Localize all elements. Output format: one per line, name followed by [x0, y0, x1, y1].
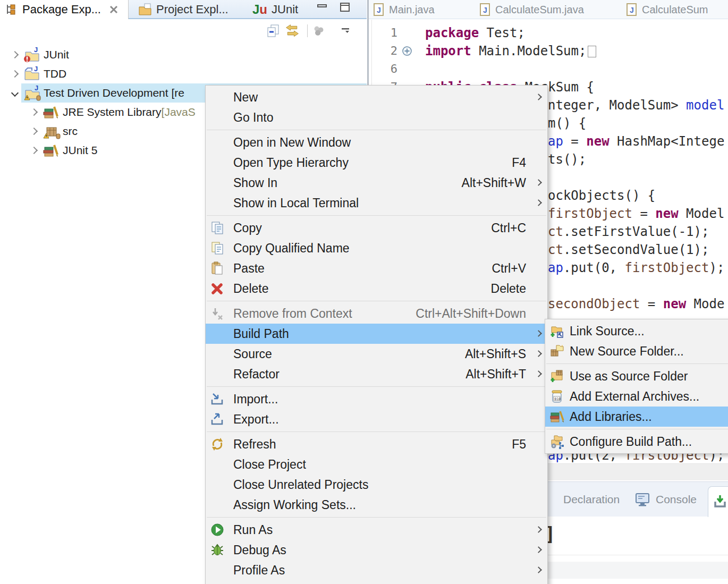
editor-tab-calculatesum-2[interactable]: J CalculateSum — [626, 0, 708, 19]
coverage-icon — [713, 494, 727, 510]
tab-junit[interactable]: Ju JUnit — [247, 0, 298, 19]
menu-item-copy-qualified-name[interactable]: Copy Qualified Name — [206, 238, 547, 258]
collapse-chevron-icon[interactable] — [11, 90, 19, 96]
tree-item-junit-project[interactable]: J JUnit — [0, 45, 367, 64]
paste-icon — [210, 261, 225, 276]
fold-expand-icon[interactable] — [402, 46, 412, 56]
code-line: ockObjects() { — [548, 187, 655, 205]
tab-package-explorer[interactable]: Package Exp... — [0, 0, 129, 19]
tab-project-explorer[interactable]: Project Expl... — [133, 0, 228, 19]
maximize-view-icon[interactable] — [339, 2, 351, 13]
copy-icon — [210, 221, 225, 235]
tab-label: Package Exp... — [22, 3, 101, 16]
editor-tab-calculatesum-java[interactable]: J CalculateSum.java — [479, 0, 584, 19]
svg-text:J: J — [483, 6, 487, 14]
java-file-icon: J — [626, 3, 638, 16]
code-line: m() { — [548, 114, 586, 132]
submenu-arrow-icon — [535, 566, 542, 573]
menu-separator — [207, 301, 546, 301]
minimize-view-icon[interactable] — [317, 4, 328, 12]
tree-item-decoration: [JavaS — [162, 106, 196, 119]
debug-as-icon — [210, 543, 225, 557]
java-project-icon: J — [23, 66, 40, 82]
menu-separator — [546, 363, 728, 364]
tab-console[interactable]: Console — [634, 482, 697, 517]
line-number: 2 — [372, 42, 397, 60]
expand-chevron-icon[interactable] — [11, 52, 19, 57]
import-icon — [210, 392, 225, 407]
submenu-arrow-icon — [535, 330, 542, 337]
tree-item-label: Test Driven Development [re — [44, 87, 184, 99]
code-line: ct.setSecondValue(1); — [548, 241, 709, 259]
link-with-editor-icon[interactable] — [285, 23, 300, 38]
java-project-warning-icon: J — [23, 85, 40, 101]
copy-qualified-name-icon — [210, 241, 225, 256]
add-libraries-icon — [549, 409, 564, 424]
expand-chevron-icon[interactable] — [11, 71, 19, 77]
build-path-submenu: Link Source... New Source Folder... Use … — [545, 319, 728, 454]
editor-tab-main-java[interactable]: J Main.java — [373, 0, 435, 19]
menu-item-debug-as[interactable]: Debug As — [206, 540, 547, 560]
menu-item-assign-working-sets[interactable]: Assign Working Sets... — [206, 495, 547, 515]
tree-item-tdd-project[interactable]: J TDD — [0, 64, 367, 83]
code-line: ts(); — [548, 150, 586, 168]
menu-item-new-source-folder[interactable]: New Source Folder... — [545, 341, 728, 361]
menu-item-refactor[interactable]: RefactorAlt+Shift+T — [206, 364, 547, 384]
menu-item-copy[interactable]: CopyCtrl+C — [206, 218, 547, 238]
console-icon — [634, 492, 650, 507]
tree-item-label: JUnit 5 — [63, 144, 97, 157]
menu-item-run-as[interactable]: Run As — [206, 520, 547, 540]
code-line: ap.put(0, firstObject); — [548, 259, 724, 277]
collapse-all-icon[interactable] — [266, 23, 281, 38]
menu-item-close-unrelated-projects[interactable]: Close Unrelated Projects — [206, 475, 547, 495]
menu-item-use-as-source-folder[interactable]: Use as Source Folder — [545, 366, 728, 386]
junit-logo-icon: Ju — [252, 2, 267, 17]
close-icon[interactable] — [108, 4, 119, 15]
menu-item-close-project[interactable]: Close Project — [206, 454, 547, 475]
menu-item-add-external-archives[interactable]: 010 Add External Archives... — [545, 386, 728, 407]
menu-item-new[interactable]: New — [206, 87, 547, 107]
menu-item-delete[interactable]: DeleteDelete — [206, 278, 547, 299]
menu-item-paste[interactable]: PasteCtrl+V — [206, 258, 547, 278]
menu-item-refresh[interactable]: RefreshF5 — [206, 434, 547, 454]
code-line: secondObject = new Mode — [548, 295, 724, 313]
menu-item-build-path[interactable]: Build Path — [206, 324, 547, 344]
new-source-folder-icon — [549, 344, 564, 359]
menu-item-link-source[interactable]: Link Source... — [545, 321, 728, 341]
menu-item-open-type-hierarchy[interactable]: Open Type HierarchyF4 — [206, 153, 547, 173]
menu-item-show-in-local-terminal[interactable]: Show in Local Terminal — [206, 193, 547, 213]
view-menu-icon[interactable] — [339, 23, 354, 38]
java-file-icon: J — [373, 3, 385, 16]
run-as-icon — [210, 522, 225, 537]
svg-text:J: J — [35, 85, 38, 92]
java-file-icon: J — [479, 3, 491, 16]
tab-declaration[interactable]: Declaration — [563, 482, 620, 517]
expand-chevron-icon[interactable] — [30, 109, 38, 115]
bottom-tab-label: Console — [656, 493, 697, 506]
tab-coverage[interactable]: C — [708, 486, 728, 517]
menu-separator — [207, 386, 546, 387]
menu-item-import[interactable]: Import... — [206, 389, 547, 409]
svg-text:J: J — [34, 66, 38, 73]
menu-item-open-in-new-window[interactable]: Open in New Window — [206, 132, 547, 153]
menu-item-configure-build-path[interactable]: Configure Build Path... — [545, 431, 728, 452]
folded-region-indicator[interactable] — [588, 46, 596, 57]
menu-item-profile-as[interactable]: Profile As — [206, 560, 547, 580]
editor-tabbar: J Main.java J CalculateSum.java J Calcul… — [369, 0, 728, 19]
menu-item-restore-from-local-history[interactable]: Restore from Local History... — [206, 580, 547, 584]
package-warning-icon — [43, 123, 60, 139]
line-number: 6 — [372, 60, 397, 78]
package-explorer-icon — [5, 3, 18, 16]
menu-item-add-libraries[interactable]: Add Libraries... — [545, 407, 728, 427]
expand-chevron-icon[interactable] — [30, 129, 38, 134]
menu-item-export[interactable]: Export... — [206, 409, 547, 429]
menu-item-source[interactable]: SourceAlt+Shift+S — [206, 344, 547, 364]
menu-separator — [207, 517, 546, 518]
expand-chevron-icon[interactable] — [30, 148, 38, 153]
menu-item-go-into[interactable]: Go Into — [206, 107, 547, 128]
code-line: firstObject = new Model — [548, 205, 724, 223]
menu-separator — [207, 431, 546, 432]
project-context-menu: New Go Into Open in New Window Open Type… — [205, 85, 548, 584]
menu-item-show-in[interactable]: Show InAlt+Shift+W — [206, 173, 547, 193]
svg-text:010: 010 — [555, 397, 561, 401]
